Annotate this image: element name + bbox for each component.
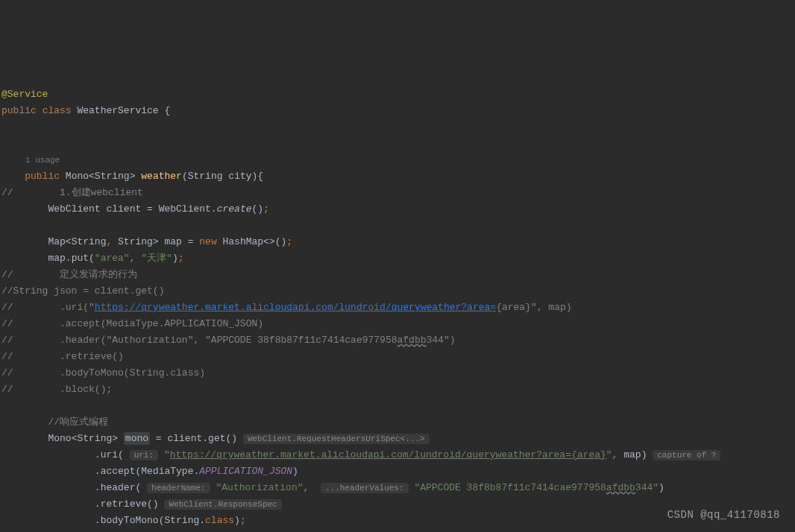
code-line xyxy=(0,220,7,231)
code-line: Map<String, String> map = new HashMap<>(… xyxy=(0,236,292,247)
code-line: public Mono<String> weather(String city)… xyxy=(0,171,263,182)
return-type: Mono<String> xyxy=(66,171,136,182)
comment-text: .block(); xyxy=(13,384,113,395)
code-line: .accept(MediaType.APPLICATION_JSON) xyxy=(0,466,298,477)
url-link[interactable]: https://qryweather.market.alicloudapi.co… xyxy=(95,302,496,313)
comment-marker: // xyxy=(1,187,13,198)
keyword-public: public xyxy=(25,171,60,182)
comment-text: .uri(" xyxy=(13,302,95,313)
comment-marker: // xyxy=(1,384,13,395)
inlay-hint[interactable]: ...headerValues: xyxy=(321,483,409,493)
semicolon: ; xyxy=(263,203,269,215)
code-text: .bodyToMono(String. xyxy=(95,515,205,526)
code-line xyxy=(0,400,7,411)
method-name: weather xyxy=(141,171,182,182)
variable-highlight: mono xyxy=(124,432,150,445)
code-line: Mono<String> mono = client.get() WebClie… xyxy=(0,433,430,444)
comment-marker: // xyxy=(1,302,13,313)
code-text: () xyxy=(251,203,263,215)
inlay-hint[interactable]: WebClient.RequestHeadersUriSpec<...> xyxy=(243,434,430,444)
comment-marker: // xyxy=(1,269,13,280)
code-line xyxy=(0,121,7,133)
comment-text: "APPCODE 38f8b87f11c7414cae977958 xyxy=(199,335,397,346)
usage-hint[interactable]: 1 usage xyxy=(0,156,60,165)
code-line: //响应式编程 xyxy=(0,417,108,428)
code-line: public class WeatherService { xyxy=(0,105,170,116)
comma: , xyxy=(304,482,309,493)
semicolon: ; xyxy=(178,253,184,264)
code-text: map.put( xyxy=(48,253,94,264)
string-literal: 344" xyxy=(635,482,659,493)
code-text: map) xyxy=(618,449,647,460)
code-text: .accept(MediaType. xyxy=(95,466,199,477)
code-text: = client.get() xyxy=(150,433,237,444)
code-line: // 1.创建webclient xyxy=(0,187,143,198)
code-line: // .retrieve() xyxy=(0,351,124,362)
code-line: WebClient client = WebClient.create(); xyxy=(0,203,269,215)
code-text: WebClient client = WebClient. xyxy=(48,203,216,215)
code-text: .retrieve() xyxy=(95,498,159,510)
code-line: @Service xyxy=(0,89,48,100)
semicolon: ; xyxy=(240,515,246,526)
comment-marker: // xyxy=(1,351,13,362)
comment-text: 344") xyxy=(427,335,456,346)
inlay-hint[interactable]: uri: xyxy=(130,450,158,460)
code-text: .uri( xyxy=(95,449,124,460)
inlay-hint[interactable]: capture of ? xyxy=(653,450,720,460)
string-literal: "area" xyxy=(95,253,130,264)
code-line: // .block(); xyxy=(0,384,112,395)
code-text: Map<String xyxy=(48,236,106,247)
annotation: @Service xyxy=(1,89,48,100)
class-name: WeatherService xyxy=(77,105,158,116)
comma: , xyxy=(130,253,136,264)
string-literal: " xyxy=(606,449,612,460)
comment-marker: // xyxy=(1,285,13,297)
comment-text: 定义发请求的行为 xyxy=(13,269,137,280)
code-text: ) xyxy=(292,466,298,477)
code-text: ) xyxy=(659,482,664,493)
code-line: // 定义发请求的行为 xyxy=(0,269,137,280)
param-type: String xyxy=(188,171,223,182)
code-line: .header( headerName: "Authorization", ..… xyxy=(0,482,664,493)
comment-marker: // xyxy=(1,367,13,379)
warning-text: afdbb xyxy=(606,482,635,493)
semicolon: ; xyxy=(286,236,292,247)
code-text: ) xyxy=(234,515,240,526)
warning-text: afdbb xyxy=(398,335,427,346)
code-text: .header( xyxy=(95,482,141,493)
string-literal: " xyxy=(164,449,170,460)
code-text: Mono<String> xyxy=(48,433,123,444)
code-line: //String json = client.get() xyxy=(0,285,164,297)
watermark: CSDN @qq_41170818 xyxy=(667,507,780,523)
comment-text: {area}", map) xyxy=(496,302,571,313)
code-line: map.put("area", "天津"); xyxy=(0,253,184,264)
comment-marker: // xyxy=(1,318,13,329)
code-line: .bodyToMono(String.class); xyxy=(0,515,246,526)
comment-text: .header("Authorization", xyxy=(13,335,200,346)
comment-text: //响应式编程 xyxy=(48,417,108,428)
inlay-hint[interactable]: headerName: xyxy=(147,483,210,493)
inlay-hint[interactable]: WebClient.ResponseSpec xyxy=(164,499,281,510)
brace: { xyxy=(164,105,170,116)
code-editor[interactable]: @Service public class WeatherService { 1… xyxy=(0,66,795,532)
string-literal: "天津" xyxy=(141,253,172,264)
string-literal: "Authorization" xyxy=(216,482,304,493)
tail: ) xyxy=(172,253,178,264)
code-text: HashMap<>() xyxy=(217,236,287,247)
comment-text: .accept(MediaType.APPLICATION_JSON) xyxy=(13,318,263,329)
keyword-class: class xyxy=(205,515,234,526)
code-line: .uri( uri: "https://qryweather.market.al… xyxy=(0,449,720,460)
url-link[interactable]: https://qryweather.market.alicloudapi.co… xyxy=(170,449,606,460)
code-line: // .header("Authorization", "APPCODE 38f… xyxy=(0,335,456,346)
tail: ){ xyxy=(252,171,264,182)
keyword-new: new xyxy=(199,236,216,247)
comment-text: 1.创建webclient xyxy=(13,187,143,198)
comment-text: String json = client.get() xyxy=(13,285,165,297)
code-line: // .bodyToMono(String.class) xyxy=(0,367,205,379)
code-line xyxy=(0,138,7,149)
param-name: city xyxy=(228,171,251,182)
string-literal: "APPCODE 38f8b87f11c7414cae977958 xyxy=(414,482,606,493)
comment-marker: // xyxy=(1,335,13,346)
comment-text: .retrieve() xyxy=(13,351,124,362)
code-text: String> map = xyxy=(112,236,199,247)
